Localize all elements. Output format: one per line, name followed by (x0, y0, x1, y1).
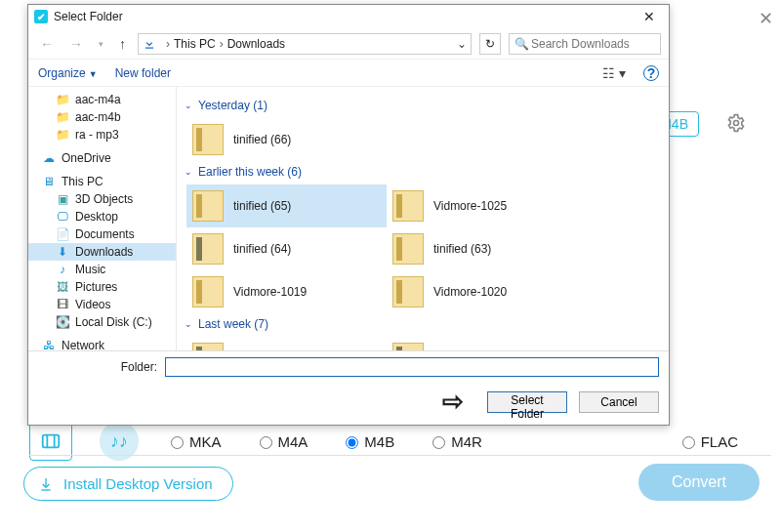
folder-item[interactable]: tinified (64) (186, 227, 387, 270)
folder-name-input[interactable] (165, 357, 659, 377)
gear-icon[interactable] (726, 113, 746, 133)
view-options-icon[interactable]: ☷ ▾ (602, 65, 626, 81)
tree-videos[interactable]: 🎞Videos (28, 296, 176, 313)
crumb-this-pc[interactable]: This PC (174, 37, 216, 51)
nav-forward-icon[interactable]: → (65, 36, 87, 52)
group-yesterday[interactable]: ⌄Yesterday (1) (185, 99, 665, 112)
search-icon: 🔍 (514, 37, 529, 51)
folder-item[interactable]: tinified (60) (387, 337, 587, 350)
app-logo-icon: ✔ (34, 10, 48, 23)
tree-network[interactable]: 🖧Network (28, 337, 176, 350)
format-radio-row: ♪♪ MKA M4A M4B M4R FLAC (29, 428, 771, 455)
convert-button[interactable]: Convert (638, 464, 760, 501)
search-input[interactable] (509, 33, 661, 55)
dialog-toolbar: Organize▼ New folder ☷ ▾ ? (28, 60, 669, 87)
folder-item[interactable]: tinified (63) (387, 227, 587, 270)
close-icon[interactable]: ✕ (636, 9, 663, 24)
tree-documents[interactable]: 📄Documents (28, 225, 176, 243)
select-folder-button[interactable]: Select Folder (487, 391, 567, 413)
tree-aac-m4b[interactable]: 📁aac-m4b (28, 108, 176, 126)
folder-item[interactable]: Vidmore-1020 (387, 270, 587, 313)
install-desktop-button[interactable]: Install Desktop Version (23, 467, 233, 501)
navigation-tree[interactable]: 📁aac-m4a 📁aac-m4b 📁ra - mp3 ☁OneDrive 🖥T… (28, 87, 177, 350)
svg-rect-4 (145, 47, 153, 48)
help-icon[interactable]: ? (643, 65, 659, 81)
tree-music[interactable]: ♪Music (28, 261, 176, 278)
downloads-icon (143, 37, 156, 51)
organize-menu[interactable]: Organize▼ (38, 66, 98, 80)
download-icon (38, 476, 54, 492)
nav-up-icon[interactable]: ↑ (115, 36, 130, 52)
tree-pictures[interactable]: 🖼Pictures (28, 278, 176, 296)
dialog-title: Select Folder (54, 10, 636, 23)
select-folder-dialog: ✔ Select Folder ✕ ← → ▾ ↑ › This PC › Do… (27, 4, 670, 426)
tree-local-disk[interactable]: 💽Local Disk (C:) (28, 313, 176, 331)
tree-3d-objects[interactable]: ▣3D Objects (28, 190, 176, 208)
radio-m4a[interactable]: M4A (255, 433, 308, 450)
dialog-titlebar: ✔ Select Folder ✕ (28, 5, 669, 28)
tree-downloads[interactable]: ⬇Downloads (28, 243, 176, 261)
folder-item[interactable]: tinified (66) (186, 118, 387, 161)
file-list[interactable]: ⌄Yesterday (1) tinified (66) ⌄Earlier th… (177, 87, 669, 350)
folder-item[interactable]: Vidmore-1025 (387, 184, 587, 227)
chevron-down-icon[interactable]: ▾ (95, 39, 107, 49)
tree-this-pc[interactable]: 🖥This PC (28, 173, 176, 190)
nav-row: ← → ▾ ↑ › This PC › Downloads ⌄ ↻ 🔍 (28, 28, 669, 60)
refresh-icon[interactable]: ↻ (479, 33, 501, 55)
folder-label: Folder: (38, 360, 157, 374)
tree-aac-m4a[interactable]: 📁aac-m4a (28, 91, 176, 108)
crumb-downloads[interactable]: Downloads (227, 37, 285, 51)
tree-onedrive[interactable]: ☁OneDrive (28, 149, 176, 167)
radio-flac[interactable]: FLAC (678, 433, 738, 450)
folder-item[interactable]: tinified (65) (186, 184, 387, 227)
group-earlier[interactable]: ⌄Earlier this week (6) (185, 165, 665, 179)
breadcrumb[interactable]: › This PC › Downloads ⌄ (138, 33, 472, 55)
tree-ra-mp3[interactable]: 📁ra - mp3 (28, 126, 176, 143)
radio-m4b[interactable]: M4B (341, 433, 394, 450)
folder-item[interactable]: tinified (62) (186, 337, 387, 350)
dialog-footer: Folder: ⇨ Select Folder Cancel (28, 350, 669, 425)
nav-back-icon[interactable]: ← (36, 36, 58, 52)
tree-desktop[interactable]: 🖵Desktop (28, 208, 176, 225)
annotation-arrow-icon: ⇨ (442, 387, 460, 417)
cancel-button[interactable]: Cancel (579, 391, 659, 413)
group-lastweek[interactable]: ⌄Last week (7) (185, 317, 665, 331)
radio-mka[interactable]: MKA (166, 433, 222, 450)
svg-point-0 (734, 121, 739, 126)
divider (29, 455, 771, 456)
folder-item[interactable]: Vidmore-1019 (186, 270, 387, 313)
breadcrumb-dropdown-icon[interactable]: ⌄ (457, 37, 467, 51)
new-folder-button[interactable]: New folder (115, 66, 171, 80)
bg-close-icon[interactable]: ✕ (759, 8, 773, 29)
radio-m4r[interactable]: M4R (428, 433, 482, 450)
svg-rect-1 (43, 435, 60, 448)
